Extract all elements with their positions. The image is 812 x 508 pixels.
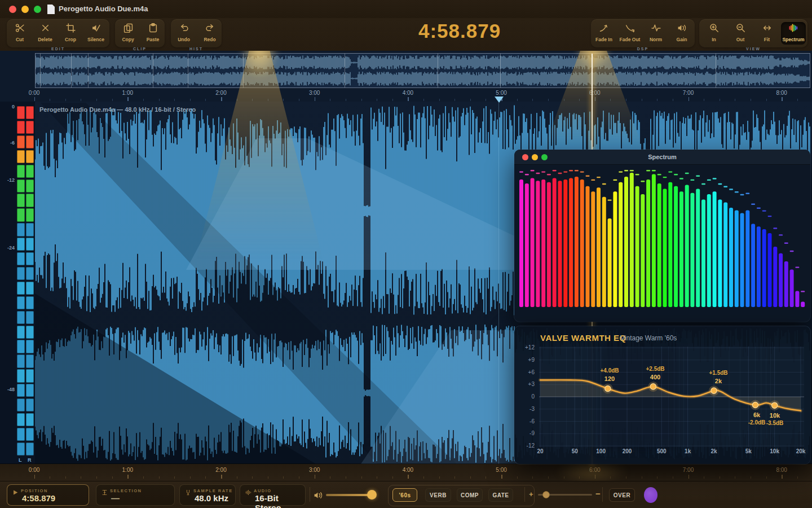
redo-icon [205,23,215,33]
ruler-tick [174,476,175,479]
redo-button[interactable]: Redo [197,22,222,45]
overview-marker [153,54,153,87]
timeline-ruler[interactable]: 0:001:002:003:004:005:006:007:008:00 [0,89,812,102]
spectrum-bar [679,191,683,307]
out-button[interactable]: Out [728,22,753,45]
delete-button[interactable]: Delete [33,22,58,45]
spectrum-peak-hold [519,171,523,172]
ruler-tick [190,476,191,479]
position-readout[interactable]: POSITION 4:58.879 [7,484,89,506]
ruler-tick [657,476,657,479]
eq-band-handle[interactable] [711,388,717,393]
spectrum-peak-hold [718,183,722,185]
meter-segment [17,340,25,353]
ruler-minute-label: 8:00 [776,467,787,473]
meter-segment [17,135,25,148]
copy-button[interactable]: Copy [116,22,140,45]
paste-button[interactable]: Paste [140,22,165,45]
spectrum-bar [624,177,628,307]
silence-button[interactable]: Silence [83,22,108,45]
overview-waveform[interactable] [35,53,810,88]
spectrum-peak-hold [525,174,529,175]
meter-segment [26,223,34,236]
spectrum-peak-hold [541,171,545,172]
spectrum-peak-hold [613,179,617,181]
meter-segment [17,326,25,339]
close-window-button[interactable] [9,6,16,13]
status-bar: POSITION 4:58.879 SELECTION — SAMPLE RAT… [0,481,812,508]
balance-slider-knob[interactable] [542,491,550,498]
meter-segment [26,398,34,411]
volume-slider-knob[interactable] [367,490,377,500]
titlebar: Perogetto Audio Due.m4a [0,0,812,18]
spectrum-close-button[interactable] [522,154,528,160]
cut-button[interactable]: Cut [7,22,32,45]
meter-segment [26,208,34,221]
fx-verb-button[interactable]: VERB [425,488,451,502]
spectrum-bar [690,193,694,307]
in-button[interactable]: In [701,22,726,45]
eq-band-handle[interactable] [771,402,777,408]
fade-out-button[interactable]: Fade Out [617,22,642,45]
minimize-window-button[interactable] [21,6,29,13]
button-label: Fade In [595,37,612,42]
eq-curve-chart[interactable] [514,326,810,464]
eq-x-axis-label: 1k [679,448,696,454]
fade-in-button[interactable]: Fade In [592,22,616,45]
ruler-tick [174,99,175,101]
eq-y-axis-label: +3 [518,381,535,387]
crop-button[interactable]: Crop [58,22,83,45]
zoom-window-button[interactable] [34,6,41,13]
selection-readout[interactable]: SELECTION — [96,484,175,506]
spectrum-bar [602,197,606,307]
spectrum-minimize-button[interactable] [532,154,538,160]
spectrum-button[interactable]: Spectrum [781,22,806,45]
spectrum-bar [591,191,595,307]
gain-button[interactable]: Gain [669,22,694,45]
meter-segment [17,150,25,163]
group-caption-view: VIEW [699,47,807,51]
meter-scale-label: -12 [7,177,15,183]
meter-segment [17,311,25,324]
meter-segment [17,252,25,265]
spectrum-bar [547,182,551,307]
spectrum-peak-hold [757,208,761,209]
spectrum-peak-hold [729,189,733,190]
over-button[interactable]: OVER [609,488,635,502]
meter-channel-label: L [19,457,22,463]
spectrum-window: Spectrum [514,150,810,322]
button-label: Redo [204,37,215,42]
fx-60s-button[interactable]: '60s [392,488,417,502]
undo-button[interactable]: Undo [171,22,196,45]
playhead-marker[interactable] [495,97,504,103]
meter-segment [26,121,34,134]
overview-marker [438,54,438,87]
fx-comp-button[interactable]: COMP [457,488,483,502]
ruler-tick [704,99,704,101]
x-icon [41,23,50,33]
ruler-tick [50,476,50,479]
spectrum-peak-hold [636,174,639,175]
ruler-tick [50,99,50,101]
ruler-tick [626,476,626,479]
spectrum-peak-hold [768,216,772,217]
ruler-tick [564,476,564,479]
spectrum-peak-hold [558,173,562,174]
spectrum-window-titlebar[interactable]: Spectrum [514,150,810,165]
audio-format-value: 16-Bit Stereo [255,493,305,508]
norm-button[interactable]: Norm [643,22,668,45]
spectrum-zoom-button[interactable] [541,154,548,160]
eq-band-handle[interactable] [650,384,656,389]
meter-segment [26,413,34,426]
eq-band-handle[interactable] [752,402,758,408]
fit-button[interactable]: Fit [754,22,779,45]
bottom-timeline-ruler[interactable]: 0:001:002:003:004:005:006:007:008:00 [0,464,812,481]
ruler-minute-label: 2:00 [215,467,226,473]
spectrum-peak-hold [646,170,650,171]
ruler-tick [454,99,455,101]
purple-status-pad[interactable] [644,487,657,503]
eq-band-handle[interactable] [605,386,611,391]
fx-gate-button[interactable]: GATE [488,488,513,502]
spectrum-bar [723,202,727,307]
spectrum-peak-hold [652,170,656,171]
